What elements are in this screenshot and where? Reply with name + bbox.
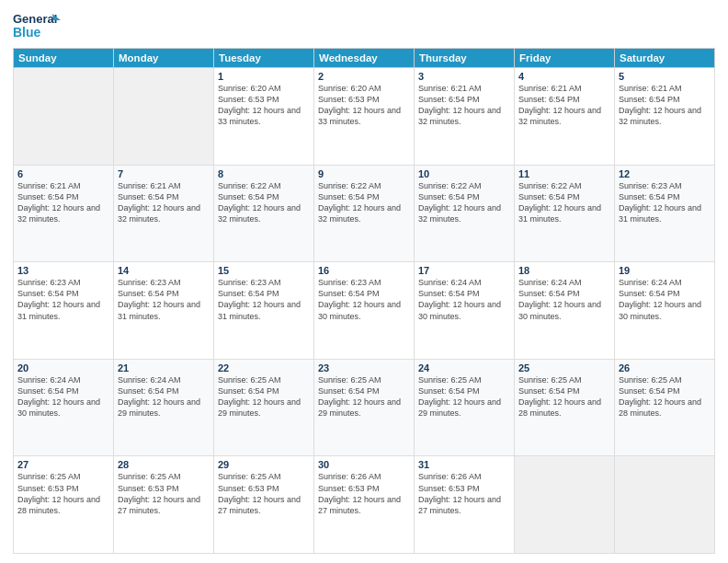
logo-svg: General Blue [13,9,61,42]
day-info: Sunrise: 6:25 AM Sunset: 6:53 PM Dayligh… [118,471,210,516]
day-info: Sunrise: 6:24 AM Sunset: 6:54 PM Dayligh… [418,277,510,322]
day-number: 10 [418,168,510,179]
logo: General Blue [13,9,61,42]
col-header-friday: Friday [515,49,615,68]
calendar-table: SundayMondayTuesdayWednesdayThursdayFrid… [13,48,715,554]
calendar-cell: 4Sunrise: 6:21 AM Sunset: 6:54 PM Daylig… [515,68,615,166]
week-row-4: 20Sunrise: 6:24 AM Sunset: 6:54 PM Dayli… [14,359,715,456]
day-number: 30 [318,459,410,470]
col-header-tuesday: Tuesday [214,49,314,68]
day-info: Sunrise: 6:22 AM Sunset: 6:54 PM Dayligh… [318,180,410,225]
day-info: Sunrise: 6:25 AM Sunset: 6:54 PM Dayligh… [218,374,310,419]
calendar-cell: 3Sunrise: 6:21 AM Sunset: 6:54 PM Daylig… [415,68,515,166]
day-info: Sunrise: 6:21 AM Sunset: 6:54 PM Dayligh… [418,83,510,128]
calendar-cell: 11Sunrise: 6:22 AM Sunset: 6:54 PM Dayli… [515,165,615,262]
day-number: 28 [118,459,210,470]
calendar-cell: 17Sunrise: 6:24 AM Sunset: 6:54 PM Dayli… [415,262,515,360]
calendar-cell: 20Sunrise: 6:24 AM Sunset: 6:54 PM Dayli… [14,359,114,456]
day-info: Sunrise: 6:25 AM Sunset: 6:53 PM Dayligh… [218,471,310,516]
calendar-cell: 16Sunrise: 6:23 AM Sunset: 6:54 PM Dayli… [314,262,415,360]
calendar-cell: 22Sunrise: 6:25 AM Sunset: 6:54 PM Dayli… [214,359,314,456]
day-info: Sunrise: 6:25 AM Sunset: 6:54 PM Dayligh… [418,374,510,419]
page: General Blue SundayMondayTuesdayWednesda… [0,0,728,563]
day-number: 11 [518,168,610,179]
calendar-cell: 24Sunrise: 6:25 AM Sunset: 6:54 PM Dayli… [415,359,515,456]
svg-text:General: General [13,12,57,26]
day-info: Sunrise: 6:21 AM Sunset: 6:54 PM Dayligh… [619,83,711,128]
day-info: Sunrise: 6:24 AM Sunset: 6:54 PM Dayligh… [17,374,109,419]
day-number: 12 [619,168,711,179]
day-info: Sunrise: 6:25 AM Sunset: 6:54 PM Dayligh… [318,374,410,419]
day-number: 17 [418,265,510,276]
day-info: Sunrise: 6:23 AM Sunset: 6:54 PM Dayligh… [318,277,410,322]
day-info: Sunrise: 6:20 AM Sunset: 6:53 PM Dayligh… [318,83,410,128]
day-info: Sunrise: 6:22 AM Sunset: 6:54 PM Dayligh… [218,180,310,225]
day-number: 9 [318,168,410,179]
day-number: 15 [218,265,310,276]
day-number: 25 [518,362,610,373]
day-number: 7 [118,168,210,179]
calendar-cell: 19Sunrise: 6:24 AM Sunset: 6:54 PM Dayli… [615,262,715,360]
calendar-cell: 8Sunrise: 6:22 AM Sunset: 6:54 PM Daylig… [214,165,314,262]
header: General Blue [13,9,715,42]
col-header-monday: Monday [114,49,214,68]
day-info: Sunrise: 6:25 AM Sunset: 6:54 PM Dayligh… [619,374,711,419]
week-row-1: 1Sunrise: 6:20 AM Sunset: 6:53 PM Daylig… [14,68,715,166]
day-info: Sunrise: 6:25 AM Sunset: 6:53 PM Dayligh… [17,471,109,516]
day-info: Sunrise: 6:26 AM Sunset: 6:53 PM Dayligh… [318,471,410,516]
day-info: Sunrise: 6:23 AM Sunset: 6:54 PM Dayligh… [218,277,310,322]
day-info: Sunrise: 6:23 AM Sunset: 6:54 PM Dayligh… [17,277,109,322]
day-number: 19 [619,265,711,276]
day-number: 24 [418,362,510,373]
col-header-wednesday: Wednesday [314,49,415,68]
day-info: Sunrise: 6:21 AM Sunset: 6:54 PM Dayligh… [518,83,610,128]
day-number: 20 [17,362,109,373]
day-number: 22 [218,362,310,373]
calendar-cell: 7Sunrise: 6:21 AM Sunset: 6:54 PM Daylig… [114,165,214,262]
calendar-cell: 5Sunrise: 6:21 AM Sunset: 6:54 PM Daylig… [615,68,715,166]
day-number: 14 [118,265,210,276]
day-number: 6 [17,168,109,179]
calendar-cell: 23Sunrise: 6:25 AM Sunset: 6:54 PM Dayli… [314,359,415,456]
calendar-body: 1Sunrise: 6:20 AM Sunset: 6:53 PM Daylig… [14,68,715,554]
day-number: 13 [17,265,109,276]
calendar-cell: 25Sunrise: 6:25 AM Sunset: 6:54 PM Dayli… [515,359,615,456]
day-number: 18 [518,265,610,276]
column-headers-row: SundayMondayTuesdayWednesdayThursdayFrid… [14,49,715,68]
day-number: 16 [318,265,410,276]
calendar-cell: 21Sunrise: 6:24 AM Sunset: 6:54 PM Dayli… [114,359,214,456]
calendar-cell: 13Sunrise: 6:23 AM Sunset: 6:54 PM Dayli… [14,262,114,360]
calendar-cell [114,68,214,166]
calendar-cell: 1Sunrise: 6:20 AM Sunset: 6:53 PM Daylig… [214,68,314,166]
day-info: Sunrise: 6:22 AM Sunset: 6:54 PM Dayligh… [418,180,510,225]
calendar-cell: 30Sunrise: 6:26 AM Sunset: 6:53 PM Dayli… [314,456,415,554]
calendar-cell: 9Sunrise: 6:22 AM Sunset: 6:54 PM Daylig… [314,165,415,262]
day-info: Sunrise: 6:24 AM Sunset: 6:54 PM Dayligh… [518,277,610,322]
calendar-cell: 27Sunrise: 6:25 AM Sunset: 6:53 PM Dayli… [14,456,114,554]
day-info: Sunrise: 6:23 AM Sunset: 6:54 PM Dayligh… [619,180,711,225]
day-info: Sunrise: 6:22 AM Sunset: 6:54 PM Dayligh… [518,180,610,225]
day-number: 27 [17,459,109,470]
col-header-thursday: Thursday [415,49,515,68]
day-number: 3 [418,71,510,82]
day-number: 21 [118,362,210,373]
calendar-cell: 28Sunrise: 6:25 AM Sunset: 6:53 PM Dayli… [114,456,214,554]
calendar-cell [14,68,114,166]
calendar-cell: 6Sunrise: 6:21 AM Sunset: 6:54 PM Daylig… [14,165,114,262]
col-header-sunday: Sunday [14,49,114,68]
day-number: 5 [619,71,711,82]
calendar-cell [515,456,615,554]
day-info: Sunrise: 6:24 AM Sunset: 6:54 PM Dayligh… [619,277,711,322]
day-info: Sunrise: 6:26 AM Sunset: 6:53 PM Dayligh… [418,471,510,516]
day-number: 23 [318,362,410,373]
day-number: 2 [318,71,410,82]
calendar-cell: 15Sunrise: 6:23 AM Sunset: 6:54 PM Dayli… [214,262,314,360]
day-number: 31 [418,459,510,470]
day-number: 4 [518,71,610,82]
week-row-2: 6Sunrise: 6:21 AM Sunset: 6:54 PM Daylig… [14,165,715,262]
day-number: 1 [218,71,310,82]
calendar-cell: 29Sunrise: 6:25 AM Sunset: 6:53 PM Dayli… [214,456,314,554]
calendar-cell: 10Sunrise: 6:22 AM Sunset: 6:54 PM Dayli… [415,165,515,262]
calendar-cell: 31Sunrise: 6:26 AM Sunset: 6:53 PM Dayli… [415,456,515,554]
col-header-saturday: Saturday [615,49,715,68]
